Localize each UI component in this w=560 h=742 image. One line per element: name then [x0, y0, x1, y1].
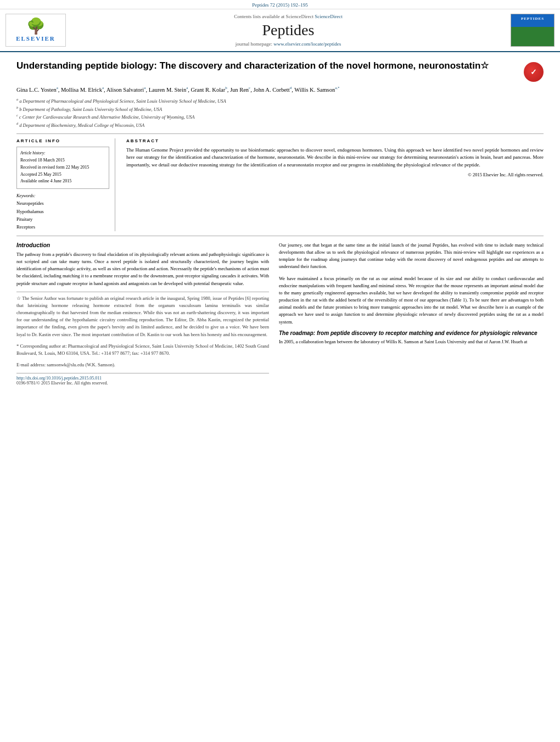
abstract-col: ABSTRACT The Human Genome Project provid…: [126, 138, 544, 231]
article-info-label: ARTICLE INFO: [16, 138, 109, 143]
abstract-text: The Human Genome Project provided the op…: [126, 147, 544, 169]
online-date: Available online 4 June 2015: [20, 178, 105, 185]
keyword-receptors: Receptors: [16, 223, 109, 231]
affiliation-d: d d Department of Biochemistry, Medical …: [16, 121, 544, 129]
article-history-box: Article history: Received 18 March 2015 …: [16, 147, 109, 189]
affiliations: a a Department of Pharmacological and Ph…: [16, 97, 544, 129]
footnote-corresponding: * Corresponding author at: Pharmacologic…: [16, 343, 269, 357]
footnote-section: ☆ The Senior Author was fortunate to pub…: [16, 292, 269, 369]
affiliation-a: a a Department of Pharmacological and Ph…: [16, 97, 544, 105]
crossmark-badge: ✓: [524, 62, 544, 82]
info-abstract-section: ARTICLE INFO Article history: Received 1…: [16, 138, 544, 231]
crossmark-icon: ✓: [530, 68, 537, 77]
article-title-section: Understanding peptide biology: The disco…: [16, 60, 544, 82]
roadmap-title: The roadmap: from peptide discovery to r…: [279, 330, 544, 336]
elsevier-logo: 🌳 ELSEVIER: [5, 14, 66, 47]
affiliation-c: c c Center for Cardiovascular Research a…: [16, 113, 544, 121]
doi-link[interactable]: http://dx.doi.org/10.1016/j.peptides.201…: [16, 376, 269, 381]
issn: 0196-9781/© 2015 Elsevier Inc. All right…: [16, 381, 269, 386]
accepted-date: Accepted 25 May 2015: [20, 171, 105, 178]
history-subtitle: Article history:: [20, 150, 105, 155]
article-info-col: ARTICLE INFO Article history: Received 1…: [16, 138, 115, 231]
authors: Gina L.C. Yostena, Mollisa M. Elricka, A…: [16, 85, 544, 94]
journal-header: 🌳 ELSEVIER Contents lists available at S…: [0, 9, 560, 52]
tree-icon: 🌳: [26, 19, 46, 34]
journal-title: Peptides: [262, 21, 315, 39]
footer-info: http://dx.doi.org/10.1016/j.peptides.201…: [16, 373, 269, 386]
abstract-label: ABSTRACT: [126, 138, 544, 143]
main-left-col: Introduction The pathway from a peptide'…: [16, 242, 269, 386]
introduction-title: Introduction: [16, 242, 269, 248]
received-date: Received 18 March 2015: [20, 157, 105, 164]
keyword-neuropeptides: Neuropeptides: [16, 199, 109, 207]
affiliation-b: b b Department of Pathology, Saint Louis…: [16, 105, 544, 113]
roadmap-text: In 2005, a collaboration began between t…: [279, 338, 544, 345]
science-direct-link[interactable]: ScienceDirect: [315, 14, 342, 19]
journal-center: Contents lists available at ScienceDirec…: [71, 14, 505, 47]
introduction-text: The pathway from a peptide's discovery t…: [16, 251, 269, 287]
right-col-text-2: We have maintained a focus primarily on …: [279, 275, 544, 326]
homepage-link[interactable]: www.elsevier.com/locate/peptides: [273, 41, 341, 47]
science-direct-label: Contents lists available at ScienceDirec…: [234, 14, 343, 19]
abstract-copyright: © 2015 Elsevier Inc. All rights reserved…: [126, 172, 544, 177]
divider-2: [16, 236, 544, 236]
divider-1: [16, 133, 544, 134]
article-body: Understanding peptide biology: The disco…: [0, 52, 560, 391]
right-col-text-1: Our journey, one that began at the same …: [279, 242, 544, 271]
journal-homepage: journal homepage: www.elsevier.com/locat…: [236, 41, 341, 47]
journal-thumb-title: PEPTIDES: [521, 16, 544, 21]
article-title: Understanding peptide biology: The disco…: [16, 60, 524, 72]
keyword-hypothalamus: Hypothalamus: [16, 208, 109, 215]
revised-date: Received in revised form 22 May 2015: [20, 164, 105, 171]
main-content: Introduction The pathway from a peptide'…: [16, 242, 544, 386]
main-right-col: Our journey, one that began at the same …: [279, 242, 544, 386]
journal-citation: Peptides 72 (2015) 192–195: [0, 0, 560, 9]
footnote-email: E-mail address: samsonwk@slu.edu (W.K. S…: [16, 361, 269, 369]
elsevier-text: ELSEVIER: [16, 35, 55, 42]
keywords-section: Keywords: Neuropeptides Hypothalamus Pit…: [16, 193, 109, 231]
footnote-star: ☆ The Senior Author was fortunate to pub…: [16, 295, 269, 338]
keyword-pituitary: Pituitary: [16, 215, 109, 223]
keywords-label: Keywords:: [16, 193, 109, 198]
journal-thumbnail: PEPTIDES: [511, 14, 555, 47]
